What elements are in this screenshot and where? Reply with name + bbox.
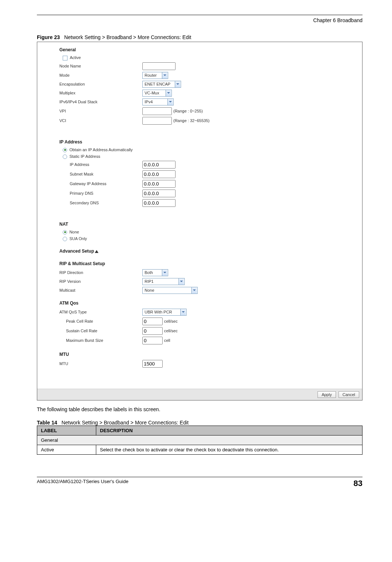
dualstack-label: IPv6/IPv4 Dual Stack [59,100,142,104]
ip-auto-label: Obtain an IP Address Automatically [69,148,133,152]
ip-static-label: Static IP Address [69,154,100,159]
figure-title: Network Setting > Broadband > More Conne… [64,34,191,40]
ip-auto-radio[interactable] [63,148,67,152]
body-paragraph: The following table describes the labels… [37,406,362,412]
active-checkbox[interactable] [63,56,67,60]
vci-input[interactable] [142,117,172,125]
screenshot-panel: General Active Node Name ModeRouter Enca… [37,42,362,400]
mux-label: Multiplex [59,91,142,95]
section-mtu: MTU [59,352,362,357]
node-name-label: Node Name [59,64,142,68]
mtu-input[interactable] [142,360,163,368]
atm-type-label: ATM QoS Type [59,310,142,314]
chevron-down-icon [162,72,167,79]
mode-select[interactable]: Router [142,72,168,79]
figure-caption: Figure 23 Network Setting > Broadband > … [37,34,362,40]
dns1-label: Primary DNS [59,191,142,195]
section-ip: IP Address [59,139,362,145]
cancel-button[interactable]: Cancel [339,391,359,398]
button-bar: Apply Cancel [37,389,362,400]
atm-type-select[interactable]: UBR With PCR [142,309,187,316]
table-row: Active [37,445,96,454]
section-atm: ATM Qos [59,301,362,306]
vci-range: (Range : 32~65535) [173,118,209,123]
mask-input[interactable] [142,170,176,178]
chevron-down-icon [178,278,184,285]
rip-ver-label: RIP Version [59,279,142,284]
figure-number: Figure 23 [37,34,60,40]
dualstack-select[interactable]: IPv4 [142,98,174,105]
node-name-input[interactable] [142,62,176,70]
section-advanced: Advanced Setup [59,249,362,254]
scr-input[interactable] [142,327,163,335]
dns2-input[interactable] [142,199,176,207]
pcr-suffix: cell/sec [164,319,178,323]
gw-label: Gateway IP Address [59,181,142,186]
table-number: Table 14 [37,420,57,426]
table-title: Network Setting > Broadband > More Conne… [62,420,189,426]
nat-none-radio[interactable] [63,230,67,235]
scr-label: Sustain Cell Rate [59,329,142,333]
pcr-label: Peak Cell Rate [59,319,142,323]
mbs-input[interactable] [142,337,163,344]
mode-label: Mode [59,73,142,77]
vpi-range: (Range : 0~255) [173,109,203,113]
multicast-select[interactable]: None [142,287,198,294]
scr-suffix: cell/sec [164,329,178,333]
th-label: LABEL [37,426,96,435]
mask-label: Subnet Mask [59,172,142,176]
chevron-down-icon [166,90,171,96]
multicast-label: Multicast [59,288,142,292]
mux-select[interactable]: VC-Mux [142,90,172,97]
rip-ver-select[interactable]: RIP1 [142,278,185,285]
vci-label: VCI [59,118,142,123]
table-caption: Table 14 Network Setting > Broadband > M… [37,420,362,426]
desc-table: LABEL DESCRIPTION General Active Select … [37,426,362,455]
vpi-input[interactable] [142,107,172,115]
chevron-down-icon [191,287,197,294]
chevron-down-icon [162,270,167,276]
ip-static-radio[interactable] [63,155,67,159]
rip-dir-select[interactable]: Both [142,269,168,276]
page-number: 83 [354,479,362,488]
ip-addr-label: IP Address [59,162,142,167]
nat-sua-radio[interactable] [63,237,67,241]
nat-sua-label: SUA Only [69,236,87,241]
table-row: General [37,435,362,445]
dns2-label: Secondary DNS [59,201,142,205]
chevron-down-icon [180,309,186,315]
ip-addr-input[interactable] [142,161,176,169]
apply-button[interactable]: Apply [318,391,336,398]
chevron-down-icon [167,99,173,105]
gw-input[interactable] [142,180,176,188]
vpi-label: VPI [59,109,142,113]
section-rip: RIP & Multicast Setup [59,261,362,266]
encap-label: Encapsulation [59,82,142,86]
active-label: Active [70,55,81,60]
footer-guide: AMG1302/AMG1202-TSeries User's Guide [37,479,128,488]
nat-none-label: None [69,230,79,234]
section-nat: NAT [59,222,362,227]
chapter-header: Chapter 6 Broadband [37,17,362,23]
dns1-input[interactable] [142,190,176,197]
mtu-label: MTU [59,361,142,366]
chevron-down-icon [175,81,180,87]
collapse-icon[interactable] [95,250,98,253]
encap-select[interactable]: ENET ENCAP [142,81,181,88]
table-cell: Select the check box to activate or clea… [96,445,362,454]
pcr-input[interactable] [142,318,163,325]
rip-dir-label: RIP Direction [59,270,142,275]
mbs-suffix: cell [164,338,170,343]
mbs-label: Maximum Burst Size [59,338,142,343]
th-desc: DESCRIPTION [96,426,362,435]
section-general: General [59,47,362,52]
